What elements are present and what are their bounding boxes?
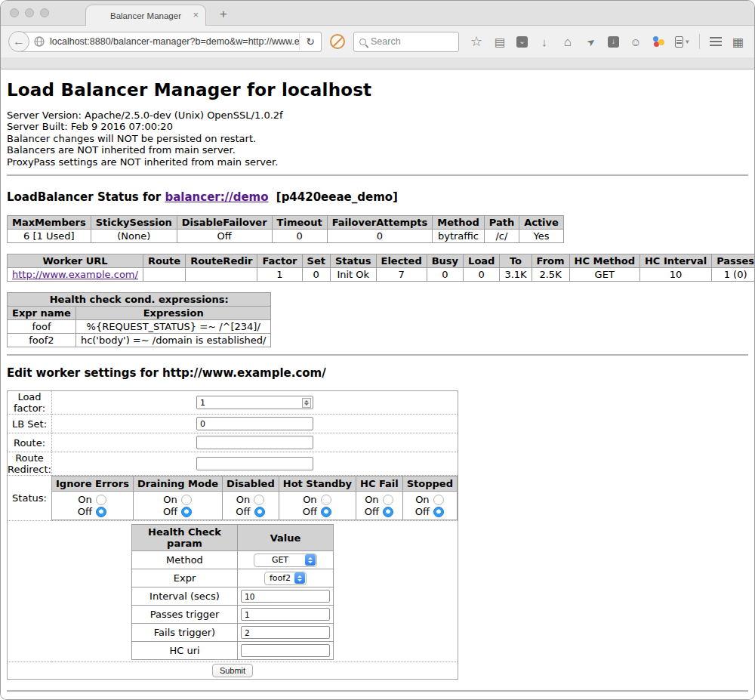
back-button[interactable]: ← [8,31,29,52]
divider [7,174,748,176]
container-menu-button[interactable]: ▾ [675,36,689,48]
stopped-off-radio[interactable] [433,507,444,517]
balancer-demo-link[interactable]: balancer://demo [165,190,268,204]
col-disablefailover: DisableFailover [177,216,272,230]
interval-input[interactable] [241,590,330,603]
browser-window: Balancer Manager × + ← localhost:8880/ba… [0,0,755,700]
col-expression: Expression [76,307,271,320]
page-content: Load Balancer Manager for localhost Serv… [1,69,754,699]
hot-standby-off-radio[interactable] [321,507,331,517]
edit-worker-heading: Edit worker settings for http://www.exam… [7,366,748,380]
col-hc-fail: HC Fail [356,476,403,492]
expr-select[interactable]: foof2 [264,572,307,585]
load-factor-input[interactable] [196,396,313,409]
expr-table-title: Health check cond. expressions: [8,293,271,307]
lb-set-input[interactable] [196,417,313,430]
divider [7,690,748,692]
route-label: Route: [8,433,52,452]
table-title-row: Health check cond. expressions: [8,293,271,307]
extension-dots-icon[interactable] [652,35,665,48]
zoom-window-button[interactable] [40,8,49,17]
ignore-errors-off-radio[interactable] [96,507,106,517]
health-check-param-table: Health Check param Value Method GET [131,524,334,660]
hot-standby-on-radio[interactable] [321,495,331,505]
search-input[interactable]: Search [371,36,401,47]
tab-balancer-manager[interactable]: Balancer Manager × [85,5,206,26]
hc-row-method: Method GET [132,551,334,569]
minimize-window-button[interactable] [25,8,34,17]
menu-hamburger-icon[interactable] [710,37,722,46]
submit-button[interactable]: Submit [212,664,253,677]
hc-row-hc-uri: HC uri [132,642,334,660]
bookmarks-bar [1,57,754,69]
fails-trigger-input[interactable] [241,626,330,639]
status-label: Status: [8,476,52,521]
table-row: foof2 hc('body') =~ /domain is establish… [8,334,271,347]
pocket-icon[interactable]: ⌄ [516,36,528,48]
save-page-icon[interactable]: ↓ [608,36,619,48]
form-row-health-check: Health Check param Value Method GET [8,521,458,662]
status-options-table: Ignore Errors Draining Mode Disabled Hot… [51,476,458,520]
new-tab-button[interactable]: + [220,7,227,22]
col-timeout: Timeout [272,216,327,230]
url-input[interactable]: localhost:8880/balancer-manager?b=demo&w… [50,36,299,47]
worker-url-link[interactable]: http://www.example.com/ [12,269,138,280]
col-draining-mode: Draining Mode [133,476,222,492]
globe-icon [34,36,45,47]
send-tab-icon[interactable]: ➤ [582,33,599,51]
route-input[interactable] [196,436,313,449]
reading-list-icon[interactable]: ▤ [493,36,507,48]
table-header-row: Ignore Errors Draining Mode Disabled Hot… [52,476,458,492]
chat-smiley-icon[interactable]: ☺ [629,36,643,48]
method-select[interactable]: GET [254,554,317,567]
hc-fail-on-radio[interactable] [383,495,393,505]
hc-row-fails: Fails trigger) [132,624,334,642]
table-row: foof %{REQUEST_STATUS} =~ /^[234]/ [8,320,271,334]
passes-trigger-input[interactable] [241,608,330,621]
server-built-line: Server Built: Feb 9 2016 07:00:20 [7,121,748,132]
col-path: Path [484,216,519,230]
container-icon [675,36,683,48]
disabled-off-radio[interactable] [254,507,265,517]
tiles-grid-icon[interactable]: ▦ [732,36,745,48]
draining-mode-off-radio[interactable] [181,507,192,517]
balancer-status-table: MaxMembers StickySession DisableFailover… [7,215,564,243]
col-stopped: Stopped [402,476,457,492]
route-redirect-input[interactable] [196,457,313,470]
form-row-route-redirect: Route Redirect: [8,452,458,476]
stopped-on-radio[interactable] [433,495,444,505]
tab-close-icon[interactable]: × [193,10,199,20]
home-icon[interactable]: ⌂ [561,36,575,48]
hc-fail-off-radio[interactable] [383,507,393,517]
col-hot-standby: Hot Standby [279,476,356,492]
ignore-errors-on-radio[interactable] [96,495,106,505]
disabled-on-radio[interactable] [254,495,264,505]
downloads-icon[interactable]: ↓ [538,36,551,48]
hc-uri-input[interactable] [241,644,330,657]
hc-row-interval: Interval (secs) [132,587,334,606]
form-row-route: Route: [8,433,458,452]
close-window-button[interactable] [10,8,19,17]
url-bar[interactable]: localhost:8880/balancer-manager?b=demo&w… [20,32,322,52]
hc-row-expr: Expr foof2 [132,569,334,587]
toolbar-buttons: ☆ ▤ ⌄ ↓ ⌂ ➤ ↓ ☺ ▾ ▦ [470,34,745,49]
form-row-lb-set: LB Set: [8,415,458,433]
draining-mode-on-radio[interactable] [181,495,192,505]
back-icon: ← [13,35,25,48]
col-method: Method [433,216,484,230]
radio-row: On Off On Off On Off [52,492,458,520]
select-stepper-icon [294,572,305,584]
proxypass-note-line: ProxyPass settings are NOT inherited fro… [7,156,748,168]
number-spinner[interactable] [302,398,311,408]
navigation-toolbar: ← localhost:8880/balancer-manager?b=demo… [1,26,754,57]
table-header-row: Health Check param Value [132,525,334,551]
bookmark-star-icon[interactable]: ☆ [470,36,483,48]
reload-button[interactable]: ↻ [299,33,321,50]
health-check-expr-table: Health check cond. expressions: Expr nam… [7,292,271,347]
hc-row-passes: Passes trigger [132,606,334,624]
lb-set-label: LB Set: [8,415,52,433]
content-blocked-icon[interactable] [330,34,345,49]
persist-note-line: Balancer changes will NOT be persisted o… [7,133,748,144]
search-bar[interactable]: Search [353,32,459,52]
col-active: Active [519,216,564,230]
